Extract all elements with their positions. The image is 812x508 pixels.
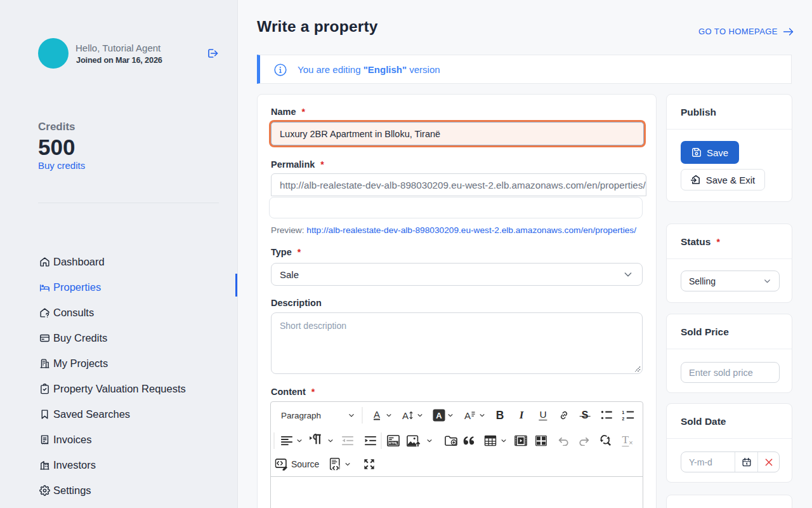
svg-text:1: 1 <box>622 410 625 415</box>
svg-text:2: 2 <box>622 417 625 420</box>
